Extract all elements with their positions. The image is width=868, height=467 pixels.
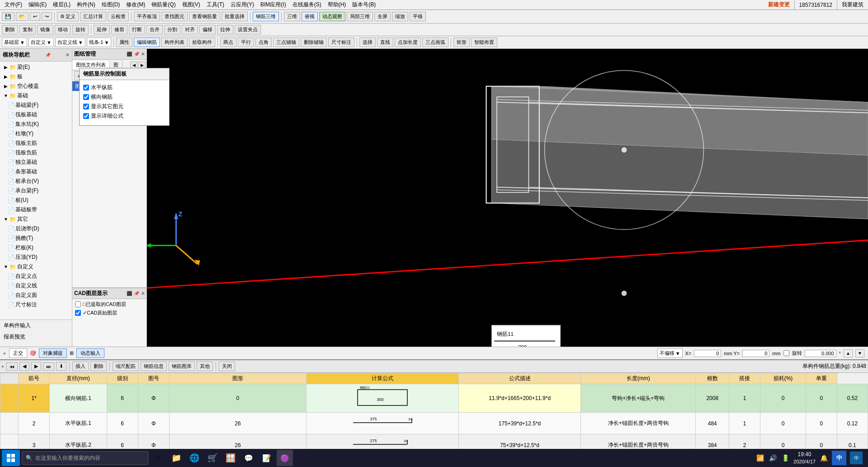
tb-offset-btn[interactable]: 偏移: [199, 25, 216, 34]
cad-layer-original[interactable]: ✓CAD原始图层: [73, 309, 146, 317]
tb-merge-btn[interactable]: 合并: [146, 25, 163, 34]
cad-close-icon[interactable]: ✕: [141, 291, 145, 296]
cad-original-checkbox[interactable]: [75, 310, 81, 316]
menu-bim[interactable]: BIM应用(I): [258, 1, 289, 9]
tb-top-view-btn[interactable]: 俯视: [302, 12, 318, 21]
tb-define-btn[interactable]: ⚙ 定义: [57, 12, 79, 21]
sidebar-item-slab[interactable]: ▶ 📁 板: [1, 72, 71, 81]
network-icon[interactable]: 📶: [755, 454, 764, 462]
x-input[interactable]: [694, 350, 721, 357]
offset-dropdown[interactable]: 不偏移 ▼: [657, 348, 683, 358]
rebar-prev-btn[interactable]: ◀: [19, 362, 29, 371]
tb-rect-btn[interactable]: 矩形: [453, 38, 470, 47]
menu-component[interactable]: 构件(N): [74, 1, 98, 9]
rebar-last-btn[interactable]: ⏭: [43, 362, 54, 371]
sidebar-close-icon[interactable]: ✕: [66, 52, 69, 57]
horizontal-rebar-checkbox[interactable]: [83, 85, 89, 91]
taskbar-edge[interactable]: 🌐: [186, 450, 203, 466]
rebar-next-btn[interactable]: ▶: [31, 362, 41, 371]
tb-copy-btn[interactable]: 复制: [19, 25, 36, 34]
rebar-table-container[interactable]: 筋号 直径(mm) 级别 图号 图形 计算公式 公式描述 长度(mm) 根数 搭…: [0, 373, 868, 456]
table-row[interactable]: 1* 横向钢筋.1 6 Φ 0 300 钢筋11: [0, 384, 868, 413]
cad-pin-icon[interactable]: 📌: [134, 291, 139, 296]
rotate-checkbox[interactable]: [783, 350, 789, 356]
menu-version[interactable]: 版本号(B): [349, 1, 378, 9]
menu-edit[interactable]: 编辑(E): [26, 1, 49, 9]
tb-rotate-btn[interactable]: 旋转: [72, 25, 89, 34]
tb-arc-btn[interactable]: 三点画弧: [422, 38, 448, 47]
tb-angle-btn[interactable]: 点角: [255, 38, 272, 47]
rebar-insert-btn[interactable]: 插入: [72, 362, 89, 371]
tb-batch-select-btn[interactable]: 批量选择: [222, 12, 248, 21]
sidebar-pin-icon[interactable]: 📌: [45, 52, 51, 57]
dynamic-input-btn[interactable]: 动态输入: [76, 348, 104, 358]
tb-calc-btn[interactable]: 汇总计算: [80, 12, 106, 21]
menu-user[interactable]: 我要建筑: [839, 1, 866, 9]
tb-zoom-btn[interactable]: 缩放: [392, 12, 408, 21]
menu-rebar-qty[interactable]: 钢筋量(Q): [149, 1, 178, 9]
tb-component-list-btn[interactable]: 构件列表: [161, 38, 188, 47]
menu-cloud[interactable]: 云应用(Y): [228, 1, 257, 9]
tb-break-btn[interactable]: 打断: [129, 25, 145, 34]
sidebar-item-custom-line[interactable]: 📄 自定义线: [1, 281, 71, 291]
notification-icon[interactable]: 🔔: [819, 454, 828, 462]
menu-online[interactable]: 在线服务(S): [290, 1, 324, 9]
sidebar-item-pile-cap[interactable]: 📄 桩承台(V): [1, 176, 71, 186]
rotate-stepper-down[interactable]: ▼: [855, 349, 864, 357]
tb-delete-btn[interactable]: 删除: [2, 25, 18, 34]
sidebar-item-column-cap[interactable]: 📄 柱墩(Y): [1, 129, 71, 138]
tb-two-point-btn[interactable]: 两点: [220, 38, 236, 47]
tb-grip-btn[interactable]: 设置夹点: [235, 25, 261, 34]
report-preview-btn[interactable]: 报表预览: [0, 331, 72, 343]
tb-line-btn[interactable]: 直线: [377, 38, 393, 47]
sidebar-item-beam[interactable]: ▶ 📁 梁(E): [1, 62, 71, 72]
sidebar-item-raft-neg[interactable]: 📄 筏板负筋: [1, 148, 71, 157]
tb-fullscreen-btn[interactable]: 全屏: [374, 12, 391, 21]
tb-align-btn[interactable]: 对齐: [182, 25, 198, 34]
ortho-btn[interactable]: 正交: [9, 348, 27, 358]
cad-dock-icon[interactable]: ⬛: [127, 291, 132, 296]
menu-view[interactable]: 视图(V): [179, 1, 203, 9]
tb-dimension-btn[interactable]: 尺寸标注: [328, 38, 354, 47]
tb-align-top-btn[interactable]: 平齐板顶: [134, 12, 160, 21]
taskbar-app2[interactable]: 📝: [259, 450, 275, 466]
rotate-stepper-up[interactable]: ▲: [844, 349, 853, 357]
rebar-lib-btn[interactable]: 钢筋图库: [169, 362, 195, 371]
menu-draw[interactable]: 绘图(D): [99, 1, 123, 9]
tb-stretch-btn[interactable]: 拉伸: [217, 25, 233, 34]
sidebar-item-coping[interactable]: 📄 压顶(YD): [1, 253, 71, 262]
taskbar-explorer[interactable]: 📁: [168, 450, 184, 466]
taskbar-app3[interactable]: 🟣: [277, 450, 293, 466]
sidebar-item-other[interactable]: ▼ 📁 其它: [1, 214, 71, 224]
search-bar[interactable]: 🔍 在这里输入你要搜索的内容: [22, 451, 148, 465]
menu-file[interactable]: 文件(F): [2, 1, 25, 9]
dm-close-icon[interactable]: ✕: [141, 52, 145, 57]
sidebar-item-custom[interactable]: ▼ 📁 自定义: [1, 262, 71, 272]
sidebar-item-strip-found[interactable]: 📄 条形基础: [1, 167, 71, 176]
rotate-input[interactable]: [805, 350, 836, 357]
sidebar-item-custom-point[interactable]: 📄 自定义点: [1, 272, 71, 281]
tb-pan-btn[interactable]: 平移: [410, 12, 426, 21]
tb-find-btn[interactable]: 查找图元: [161, 12, 188, 21]
custom-line-dropdown[interactable]: 自定义线 ▼: [55, 38, 85, 47]
tb-delete-axis-btn[interactable]: 删除辅轴: [301, 38, 327, 47]
rebar-other-btn[interactable]: 其他: [197, 362, 213, 371]
rebar-info-btn[interactable]: 钢筋信息: [141, 362, 167, 371]
dm-dock-icon[interactable]: ⬛: [127, 52, 132, 57]
sidebar-item-overhang[interactable]: 📄 挑檐(T): [1, 234, 71, 243]
sidebar-item-sump[interactable]: 📄 集水坑(K): [1, 119, 71, 129]
y-input[interactable]: [742, 350, 769, 357]
tb-move-btn[interactable]: 移动: [55, 25, 71, 34]
sidebar-item-post-cast[interactable]: 📄 后浇带(D): [1, 224, 71, 234]
tb-local-3d-btn[interactable]: 局部三维: [347, 12, 373, 21]
volume-icon[interactable]: 🔊: [768, 454, 777, 462]
tb-trim-btn[interactable]: 修剪: [111, 25, 127, 34]
menu-help[interactable]: 帮助(H): [325, 1, 349, 9]
cad-layer-extracted[interactable]: □已提取的CAD图层: [73, 300, 146, 309]
sidebar-item-railing[interactable]: 📄 栏板(K): [1, 243, 71, 253]
sidebar-item-dimension[interactable]: 📄 尺寸标注: [1, 300, 71, 310]
start-button[interactable]: [2, 450, 20, 466]
sidebar-item-pile[interactable]: 📄 桩(U): [1, 195, 71, 205]
menu-tools[interactable]: 工具(T): [204, 1, 227, 9]
tb-point-length-btn[interactable]: 点加长度: [395, 38, 421, 47]
